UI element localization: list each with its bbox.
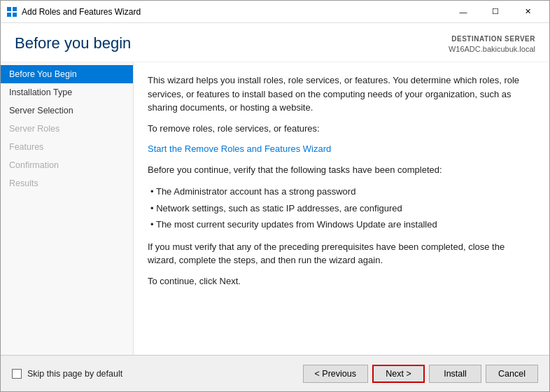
- svg-rect-2: [7, 13, 11, 17]
- sidebar-item-features: Features: [1, 138, 133, 156]
- cancel-button[interactable]: Cancel: [486, 365, 538, 383]
- wizard-window: Add Roles and Features Wizard — ☐ ✕ Befo…: [0, 0, 550, 392]
- skip-label: Skip this page by default: [27, 369, 122, 379]
- footer-buttons: < Previous Next > Install Cancel: [303, 365, 538, 383]
- sidebar: Before You Begin Installation Type Serve…: [1, 62, 134, 355]
- sidebar-item-before-you-begin[interactable]: Before You Begin: [1, 65, 133, 83]
- title-bar: Add Roles and Features Wizard — ☐ ✕: [1, 1, 549, 23]
- main-body: Before You Begin Installation Type Serve…: [1, 62, 549, 355]
- page-header: Before you begin DESTINATION SERVER W16A…: [1, 23, 549, 62]
- destination-label: DESTINATION SERVER: [449, 34, 535, 44]
- window-controls: — ☐ ✕: [447, 1, 544, 23]
- destination-server-name: W16ADC.bakicubuk.local: [449, 44, 535, 55]
- minimize-button[interactable]: —: [447, 1, 479, 23]
- page-title: Before you begin: [15, 34, 131, 52]
- svg-rect-0: [7, 7, 11, 11]
- previous-button[interactable]: < Previous: [303, 365, 368, 383]
- close-button[interactable]: ✕: [512, 1, 544, 23]
- sidebar-item-installation-type[interactable]: Installation Type: [1, 83, 133, 102]
- bullet-item-3: The most current security updates from W…: [150, 216, 535, 233]
- prerequisites-list: The Administrator account has a strong p…: [148, 183, 535, 233]
- sidebar-item-confirmation: Confirmation: [1, 156, 133, 174]
- content-area: Before you begin DESTINATION SERVER W16A…: [1, 23, 549, 355]
- bullet-item-1: The Administrator account has a strong p…: [150, 183, 535, 200]
- svg-rect-1: [13, 7, 17, 11]
- destination-server-info: DESTINATION SERVER W16ADC.bakicubuk.loca…: [449, 34, 535, 55]
- sidebar-item-server-roles: Server Roles: [1, 120, 133, 138]
- maximize-button[interactable]: ☐: [479, 1, 512, 23]
- svg-rect-3: [13, 13, 17, 17]
- close-wizard-paragraph: If you must verify that any of the prece…: [148, 240, 535, 267]
- footer: Skip this page by default < Previous Nex…: [1, 355, 549, 391]
- remove-paragraph: To remove roles, role services, or featu…: [148, 122, 535, 136]
- bullet-item-2: Network settings, such as static IP addr…: [150, 200, 535, 217]
- verify-paragraph: Before you continue, verify that the fol…: [148, 163, 535, 177]
- intro-paragraph: This wizard helps you install roles, rol…: [148, 74, 535, 115]
- remove-wizard-link[interactable]: Start the Remove Roles and Features Wiza…: [148, 144, 331, 154]
- window-title: Add Roles and Features Wizard: [22, 7, 447, 17]
- content-panel: This wizard helps you install roles, rol…: [134, 62, 549, 355]
- sidebar-item-results: Results: [1, 174, 133, 192]
- sidebar-item-server-selection[interactable]: Server Selection: [1, 102, 133, 120]
- app-icon: [6, 6, 17, 18]
- skip-checkbox[interactable]: [12, 369, 22, 379]
- skip-checkbox-area: Skip this page by default: [12, 369, 303, 379]
- next-button[interactable]: Next >: [372, 365, 425, 383]
- install-button[interactable]: Install: [429, 365, 481, 383]
- continue-paragraph: To continue, click Next.: [148, 274, 535, 288]
